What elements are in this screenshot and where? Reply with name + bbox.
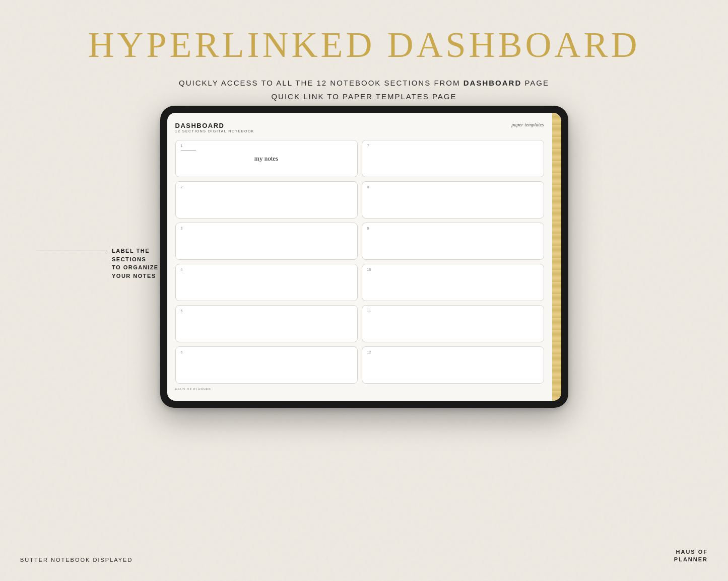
section-card-2[interactable]: 2 <box>175 181 358 219</box>
section-card-3[interactable]: 3 <box>175 223 358 260</box>
section-number-9: 9 <box>367 227 369 230</box>
tablet-brand: HAUS OF PLANNER <box>175 388 544 391</box>
tablet-device: DASHBOARD 12 SECTIONS DIGITAL NOTEBOOK p… <box>160 106 568 408</box>
section-card-5[interactable]: 5 <box>175 305 358 342</box>
dashboard-subtitle: 12 SECTIONS DIGITAL NOTEBOOK <box>175 129 255 133</box>
section-number-5: 5 <box>181 309 183 313</box>
section-number-10: 10 <box>367 268 371 271</box>
gold-tab <box>552 113 561 401</box>
section-card-12[interactable]: 12 <box>362 346 544 384</box>
sections-grid: 1 my notes 7 2 8 3 <box>175 140 544 384</box>
bottom-right-label: HAUS OF PLANNER <box>674 548 708 563</box>
section-card-1[interactable]: 1 my notes <box>175 140 358 177</box>
bottom-left-label: BUTTER NOTEBOOK DISPLAYED <box>20 557 133 563</box>
subtitle: QUICKLY ACCESS TO ALL THE 12 NOTEBOOK SE… <box>0 76 728 103</box>
section-card-8[interactable]: 8 <box>362 181 544 219</box>
section-number-12: 12 <box>367 350 371 354</box>
dashboard-header: DASHBOARD 12 SECTIONS DIGITAL NOTEBOOK p… <box>175 122 544 138</box>
section-card-11[interactable]: 11 <box>362 305 544 342</box>
paper-templates-link[interactable]: paper templates <box>511 122 544 127</box>
dashboard-content: DASHBOARD 12 SECTIONS DIGITAL NOTEBOOK p… <box>167 113 552 401</box>
subtitle-line2: QUICK LINK TO PAPER TEMPLATES PAGE <box>0 90 728 103</box>
section-number-3: 3 <box>181 227 183 230</box>
tablet-screen: DASHBOARD 12 SECTIONS DIGITAL NOTEBOOK p… <box>167 113 561 401</box>
section-number-8: 8 <box>367 185 369 189</box>
section-number-2: 2 <box>181 185 183 189</box>
section-card-4[interactable]: 4 <box>175 264 358 301</box>
section-number-4: 4 <box>181 268 183 271</box>
section-number-1: 1 <box>181 144 183 148</box>
section-label-1: my notes <box>254 155 278 163</box>
section-number-11: 11 <box>367 309 371 313</box>
subtitle-line1: QUICKLY ACCESS TO ALL THE 12 NOTEBOOK SE… <box>0 76 728 90</box>
section-number-7: 7 <box>367 144 369 148</box>
section-card-10[interactable]: 10 <box>362 264 544 301</box>
section-card-6[interactable]: 6 <box>175 346 358 384</box>
section-card-9[interactable]: 9 <box>362 223 544 260</box>
section-line-1 <box>181 150 196 151</box>
section-card-7[interactable]: 7 <box>362 140 544 177</box>
annotation-line <box>36 251 107 251</box>
annotation-text: LABEL THE SECTIONS TO ORGANIZE YOUR NOTE… <box>112 247 159 280</box>
dashboard-title: DASHBOARD <box>175 122 255 129</box>
page-title: HYPERLINKED DASHBOARD <box>0 0 728 66</box>
section-number-6: 6 <box>181 350 183 354</box>
annotation-left: LABEL THE SECTIONS TO ORGANIZE YOUR NOTE… <box>36 247 159 280</box>
